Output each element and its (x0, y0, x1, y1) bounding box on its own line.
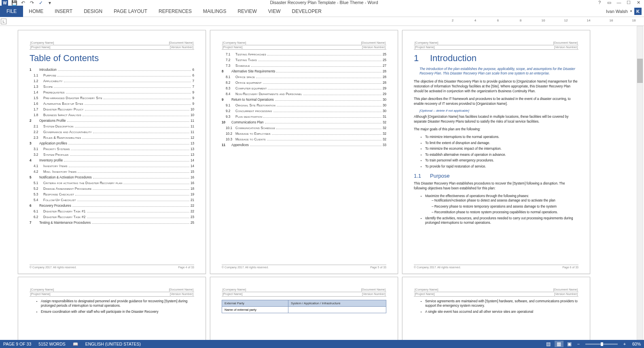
tab-home[interactable]: HOME (23, 6, 49, 17)
tab-view[interactable]: VIEW (263, 6, 286, 17)
scrollbar-thumb[interactable] (637, 59, 643, 83)
toc-entry[interactable]: 1.8Business Impact Analysis10 (30, 113, 194, 117)
status-words[interactable]: 5152 WORDS (38, 342, 66, 346)
toc-entry[interactable]: 9.1Original Site Restoration30 (222, 103, 386, 108)
toc-entry[interactable]: 5.4Follow-Up Checklist21 (30, 198, 194, 202)
toc-entry[interactable]: 10.3Message to Clients32 (222, 137, 386, 142)
toc-entry[interactable]: 10.1Communications Schedule32 (222, 126, 386, 130)
toc-entry[interactable]: 9.3Plan deactivation31 (222, 115, 386, 119)
status-bar: PAGE 9 OF 33 5152 WORDS 📖 ENGLISH (UNITE… (0, 340, 644, 348)
tab-references[interactable]: REFERENCES (153, 6, 197, 17)
qat-more-icon[interactable]: ▾ (47, 0, 53, 6)
toc-entry[interactable]: 10.2Message to Employees32 (222, 132, 386, 136)
toc-entry[interactable]: 8Alternative Site Requirements28 (222, 69, 386, 74)
save-icon[interactable]: 💾 (11, 0, 17, 6)
toc-entry[interactable]: 2.1System Description11 (30, 124, 194, 129)
horizontal-ruler[interactable]: L 24681012141618 (0, 17, 644, 26)
tab-developer[interactable]: DEVELOPER (286, 6, 327, 17)
toc-entry[interactable]: 1.6Alternative Back-up Sites9 (30, 102, 194, 106)
toc-entry[interactable]: 4.2Misc. Inventory Items15 (30, 170, 194, 174)
toc-entry[interactable]: 1.7Disaster Recovery Policy10 (30, 107, 194, 112)
read-mode-icon[interactable]: ▤ (544, 341, 553, 347)
word-app-icon: W (2, 0, 8, 6)
toc-entry[interactable]: 5.2Damage Assessment Procedure18 (30, 187, 194, 191)
toc-entry[interactable]: 11Appendices33 (222, 143, 386, 147)
goals-list: To minimize interruptions to the normal … (425, 135, 578, 169)
toc-entry[interactable]: 2Operations Profile11 (30, 119, 194, 123)
confirm-icon[interactable]: ✓ (38, 0, 44, 6)
zoom-in-button[interactable]: + (622, 342, 627, 346)
user-name[interactable]: Ivan Walsh (606, 9, 628, 14)
toc-entry[interactable]: 4Inventory profile14 (30, 158, 194, 163)
toc-entry[interactable]: 9Return to Normal Operations30 (222, 98, 386, 102)
toc-entry[interactable]: 7Testing & Maintenance Procedures25 (30, 221, 194, 225)
toc-entry[interactable]: 7.2Testing Tasks25 (222, 58, 386, 62)
tab-file[interactable]: FILE (0, 6, 23, 17)
table-header: External Party (222, 300, 288, 307)
tab-design[interactable]: DESIGN (78, 6, 108, 17)
zoom-slider-thumb[interactable] (601, 342, 603, 346)
toc-entry[interactable]: 1.3Scope7 (30, 85, 194, 89)
toc-entry[interactable]: 1.1Purpose6 (30, 73, 194, 78)
paragraph: This plan describes the IT framework and… (414, 97, 578, 106)
redo-icon[interactable]: ↷ (29, 0, 35, 6)
list-item: To train personnel with emergency proced… (425, 158, 578, 163)
toc-entry[interactable]: 5.1Criteria for activating the Disaster … (30, 181, 194, 185)
document-canvas[interactable]: [Company Name][Document Name] [Project N… (0, 26, 644, 340)
toc-entry[interactable]: 7.3Schedule27 (222, 64, 386, 68)
toc-entry[interactable]: 6.2Disaster Recovery Task #223 (30, 215, 194, 219)
ribbon-options-icon[interactable]: ▭ (605, 0, 613, 5)
table-cell: Name of external party (222, 307, 288, 313)
list-item: A single site event has occurred and all… (425, 310, 578, 314)
toc-entry[interactable]: 6.1Disaster Recovery Task #122 (30, 209, 194, 214)
toc-entry[interactable]: 2.3Roles & Responsibilities12 (30, 136, 194, 140)
toc-entry[interactable]: 8.1Office space28 (222, 75, 386, 79)
toc-entry[interactable]: 8.2Office equipment28 (222, 81, 386, 85)
vertical-scrollbar[interactable] (637, 26, 643, 340)
tab-page-layout[interactable]: PAGE LAYOUT (108, 6, 153, 17)
toc-entry[interactable]: 6Recovery Procedures22 (30, 204, 194, 208)
close-icon[interactable]: ✕ (634, 0, 642, 5)
toc-entry[interactable]: 9.2Concurrent processing30 (222, 109, 386, 113)
toc-entry[interactable]: 1.4Prerequisites9 (30, 90, 194, 95)
toc-entry[interactable]: 10Communications Plan32 (222, 120, 386, 125)
user-avatar[interactable]: K (634, 8, 642, 15)
toc-entry[interactable]: 7.1Testing Approaches25 (222, 52, 386, 57)
objectives-list: Maximize the effectiveness of operations… (425, 194, 578, 225)
status-page[interactable]: PAGE 9 OF 33 (3, 342, 31, 346)
maximize-icon[interactable]: ☐ (625, 0, 633, 5)
zoom-slider[interactable] (585, 344, 618, 345)
document-page: [Company Name][Document Name] [Project N… (402, 277, 590, 340)
toc-entry[interactable]: 1Introduction6 (30, 68, 194, 72)
tab-selector[interactable]: L (1, 19, 6, 24)
toc-entry[interactable]: 8.4Non-Recovery Departments and Personne… (222, 92, 386, 96)
tab-insert[interactable]: INSERT (49, 6, 78, 17)
help-icon[interactable]: ? (595, 0, 604, 5)
spellcheck-icon[interactable]: 📖 (73, 342, 78, 347)
zoom-out-button[interactable]: − (576, 342, 581, 346)
zoom-level[interactable]: 60% (632, 342, 641, 346)
paragraph: Although [Organization Name] has facilit… (414, 115, 578, 124)
toc-entry[interactable]: 8.3Computer equipment29 (222, 86, 386, 91)
list-item: Service agreements are maintained with [… (425, 299, 578, 308)
toc-entry[interactable]: 3.1Priority Systems13 (30, 147, 194, 151)
undo-icon[interactable]: ↶ (20, 0, 26, 6)
bullet-list: Assign responsibilities to designated pe… (41, 299, 194, 314)
minimize-icon[interactable]: — (615, 0, 623, 5)
tab-review[interactable]: REVIEW (232, 6, 262, 17)
web-layout-icon[interactable]: ▣ (565, 341, 574, 347)
toc-entry[interactable]: 3.2System Profiles13 (30, 153, 194, 157)
toc-entry[interactable]: 1.2Applicability7 (30, 79, 194, 83)
toc-entry[interactable]: 5.3Response Checklist19 (30, 192, 194, 197)
list-item: Maximize the effectiveness of operations… (425, 194, 578, 215)
print-layout-icon[interactable]: ▦ (555, 341, 564, 347)
list-item: Reconstitution phase to restore system p… (432, 210, 578, 214)
toc-entry[interactable]: 2.2Governance and Accountability11 (30, 130, 194, 134)
toc-entry[interactable]: 1.5Pre-arranged Disaster Recovery Site9 (30, 96, 194, 100)
toc-entry[interactable]: 5Notification & Activation Procedures16 (30, 175, 194, 180)
status-language[interactable]: ENGLISH (UNITED STATES) (85, 342, 141, 346)
toc-entry[interactable]: 3Application profiles13 (30, 141, 194, 146)
window-title: Disaster Recovery Plan Template - Blue T… (53, 0, 595, 5)
toc-entry[interactable]: 4.1Inventory Items14 (30, 164, 194, 168)
tab-mailings[interactable]: MAILINGS (197, 6, 232, 17)
